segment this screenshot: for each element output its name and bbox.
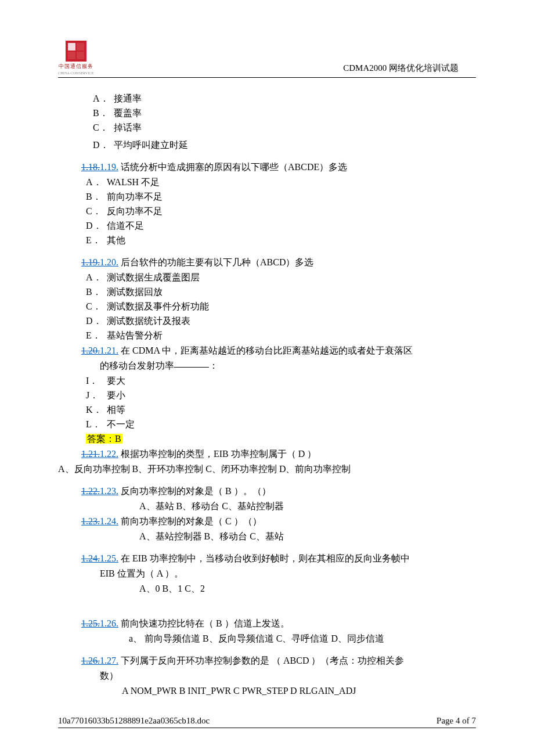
num-new: 1.26.	[100, 618, 118, 628]
num-old: 1.19.	[81, 257, 100, 267]
num-new: 1.24.	[100, 516, 118, 526]
blank-underline	[174, 367, 209, 368]
question-1-21: 1.20.1.21. 在 CDMA 中，距离基站越近的移动台比距离基站越远的或者…	[64, 344, 476, 358]
option-b: B．前向功率不足	[64, 190, 476, 204]
option-c: C．测试数据及事件分析功能	[64, 300, 476, 314]
question-1-27-opts: A NOM_PWR B INIT_PWR C PWR_STEP D RLGAIN…	[64, 684, 476, 698]
logo-text-en: CHINA COMSERVICE	[58, 71, 94, 76]
num-old: 1.20.	[81, 345, 100, 355]
question-1-22: 1.21.1.22. 根据功率控制的类型，EIB 功率控制属于（ D ）	[64, 447, 476, 461]
option-e: E．基站告警分析	[64, 329, 476, 343]
num-old: 1.24.	[81, 553, 100, 563]
option-c: C．掉话率	[64, 121, 476, 135]
footer-page-number: Page 4 of 7	[436, 714, 476, 728]
logo-text-cn: 中国通信服务	[59, 63, 93, 71]
num-new: 1.27.	[100, 656, 118, 665]
footer-filename: 10a77016033b51288891e2aa0365cb18.doc	[58, 714, 210, 728]
num-old: 1.25.	[81, 618, 100, 628]
option-a: A．WALSH 不足	[64, 175, 476, 189]
question-1-27-cont: 数）	[64, 669, 476, 683]
option-k: K．相等	[64, 403, 476, 417]
question-1-21-cont: 的移动台发射功率：	[64, 359, 476, 373]
option-d: D．信道不足	[64, 219, 476, 233]
num-old: 1.23.	[81, 516, 100, 526]
num-old: 1.21.	[81, 449, 100, 459]
option-e: E．其他	[64, 233, 476, 247]
question-1-25: 1.24.1.25. 在 EIB 功率控制中，当移动台收到好帧时，则在其相应的反…	[64, 552, 476, 566]
option-i: I．要大	[64, 374, 476, 388]
question-1-26-opts: a、 前向导频信道 B、反向导频信道 C、寻呼信道 D、同步信道	[64, 632, 476, 646]
option-d: D．测试数据统计及报表	[64, 314, 476, 328]
question-1-23: 1.22.1.23. 反向功率控制的对象是（ B ）。（）	[64, 484, 476, 498]
option-b: B．覆盖率	[64, 106, 476, 120]
question-1-26: 1.25.1.26. 前向快速功控比特在（ B ）信道上发送。	[64, 617, 476, 631]
option-j: J．要小	[64, 388, 476, 402]
option-a: A．测试数据生成覆盖图层	[64, 271, 476, 285]
num-new: 1.22.	[100, 449, 118, 459]
question-1-23-opts: A、基站 B、移动台 C、基站控制器	[64, 499, 476, 513]
num-old: 1.22.	[81, 486, 100, 496]
option-d: D．平均呼叫建立时延	[64, 138, 476, 152]
question-1-19: 1.18.1.19. 话统分析中造成拥塞的原因有以下哪些（ABCDE）多选	[64, 160, 476, 174]
num-old: 1.26.	[81, 656, 100, 665]
option-l: L．不一定	[64, 417, 476, 431]
option-a: A．接通率	[64, 92, 476, 106]
num-old: 1.18.	[81, 162, 100, 172]
page-footer: 10a77016033b51288891e2aa0365cb18.doc Pag…	[58, 714, 476, 729]
question-1-24-opts: A、基站控制器 B、移动台 C、基站	[64, 530, 476, 543]
question-1-25-cont: EIB 位置为（ A ）。	[64, 567, 476, 581]
answer-highlight: 答案：B	[64, 432, 476, 446]
question-1-22-opts: A、反向功率控制 B、开环功率控制 C、闭环功率控制 D、前向功率控制	[58, 462, 476, 476]
option-c: C．反向功率不足	[64, 204, 476, 218]
page-header: 中国通信服务 CHINA COMSERVICE CDMA2000 网络优化培训试…	[58, 41, 476, 78]
question-1-20: 1.19.1.20. 后台软件的功能主要有以下几种（ABCD）多选	[64, 255, 476, 269]
header-title: CDMA2000 网络优化培训试题	[343, 62, 476, 76]
num-new: 1.19.	[100, 162, 118, 172]
document-body: A．接通率 B．覆盖率 C．掉话率 D．平均呼叫建立时延 1.18.1.19. …	[58, 92, 476, 698]
num-new: 1.21.	[100, 345, 118, 355]
option-b: B．测试数据回放	[64, 285, 476, 299]
logo-icon	[66, 41, 86, 62]
num-new: 1.25.	[100, 553, 118, 563]
question-1-27: 1.26.1.27. 下列属于反向开环功率控制参数的是 （ ABCD ）（考点：…	[64, 654, 476, 668]
question-1-24: 1.23.1.24. 前向功率控制的对象是（ C ）（）	[64, 514, 476, 528]
question-1-25-opts: A、0 B、1 C、2	[64, 582, 476, 596]
num-new: 1.23.	[100, 486, 118, 496]
num-new: 1.20.	[100, 257, 118, 267]
logo: 中国通信服务 CHINA COMSERVICE	[58, 41, 94, 76]
